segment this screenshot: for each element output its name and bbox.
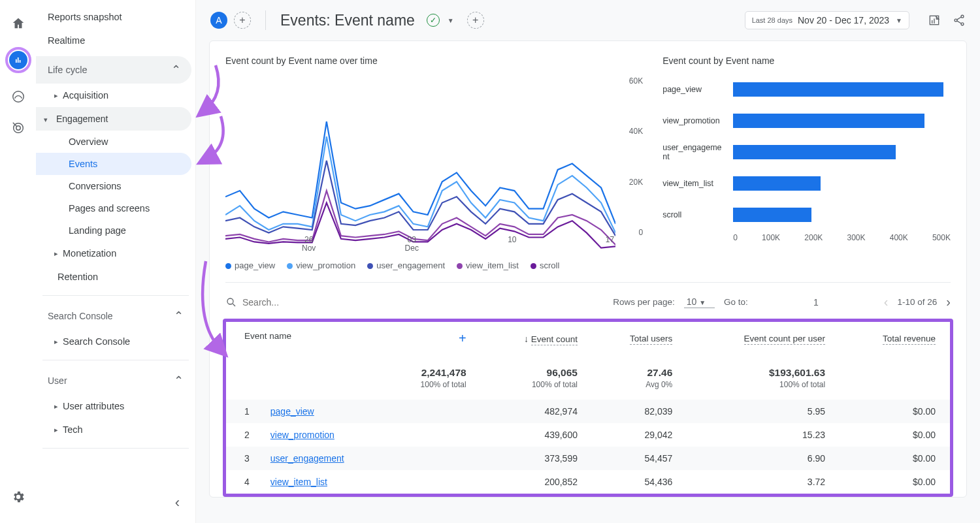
date-preset-label: Last 28 days bbox=[752, 16, 792, 24]
svg-point-6 bbox=[961, 23, 964, 25]
svg-point-4 bbox=[961, 15, 964, 18]
sidebar-item-pages[interactable]: Pages and screens bbox=[36, 197, 195, 219]
bar-row[interactable]: view_promotion bbox=[662, 105, 951, 136]
search-icon[interactable] bbox=[225, 296, 237, 308]
admin-gear-icon[interactable] bbox=[10, 489, 26, 505]
event-link[interactable]: view_promotion bbox=[270, 430, 335, 440]
next-page-button[interactable]: › bbox=[946, 294, 951, 309]
bar-row[interactable]: page_view bbox=[662, 74, 951, 105]
verified-badge-icon[interactable]: ✓ bbox=[427, 14, 440, 27]
event-link[interactable]: page_view bbox=[270, 406, 314, 417]
bar-row[interactable]: user_engagement bbox=[662, 136, 951, 168]
sidebar-item-tech[interactable]: Tech bbox=[36, 418, 195, 441]
sidebar-group-label: Search Console bbox=[48, 311, 113, 321]
bar-row[interactable]: view_item_list bbox=[662, 168, 951, 199]
report-card: Event count by Event name over time 60K … bbox=[209, 40, 967, 498]
sidebar-item-landing[interactable]: Landing page bbox=[36, 219, 195, 242]
sidebar-item-monetization[interactable]: Monetization bbox=[36, 242, 195, 265]
svg-point-0 bbox=[12, 91, 24, 103]
sidebar-group-label: User bbox=[48, 375, 67, 386]
sidebar-item-events[interactable]: Events bbox=[36, 153, 191, 175]
share-icon[interactable] bbox=[953, 14, 966, 27]
rows-per-page-select[interactable]: 10 ▼ bbox=[684, 296, 715, 308]
sidebar-item-engagement[interactable]: Engagement bbox=[36, 107, 191, 131]
goto-label: Go to: bbox=[724, 297, 748, 307]
sidebar-item-engagement-label: Engagement bbox=[56, 114, 108, 124]
line-chart-y-axis: 60K 40K 20K 0 bbox=[619, 76, 643, 237]
svg-point-2 bbox=[16, 126, 20, 130]
date-range-picker[interactable]: Last 28 days Nov 20 - Dec 17, 2023 ▼ bbox=[745, 11, 909, 29]
add-dimension-button[interactable]: + bbox=[459, 331, 466, 346]
table-row[interactable]: 1page_view482,97482,0395.95$0.00 bbox=[226, 400, 950, 423]
table-row[interactable]: 2view_promotion439,60029,04215.23$0.00 bbox=[226, 423, 950, 447]
sidebar-item-retention[interactable]: Retention bbox=[36, 265, 195, 289]
title-dropdown-icon[interactable]: ▼ bbox=[448, 17, 454, 24]
event-link[interactable]: user_engagement bbox=[270, 453, 344, 464]
table-row[interactable]: 4view_item_list200,85254,4363.72$0.00 bbox=[226, 470, 950, 494]
sidebar: Reports snapshot Realtime Life cycle ⌃ A… bbox=[36, 0, 196, 523]
line-chart-plot[interactable] bbox=[225, 76, 615, 257]
svg-point-7 bbox=[227, 298, 233, 304]
advertising-icon[interactable] bbox=[10, 120, 26, 136]
table-row[interactable]: 3user_engagement373,59954,4576.90$0.00 bbox=[226, 447, 950, 470]
goto-input[interactable] bbox=[757, 297, 875, 308]
topbar: A + Events: Event name ✓ ▼ + Last 28 day… bbox=[196, 0, 980, 40]
line-chart-x-axis: 26Nov 03Dec 10 17 bbox=[225, 236, 615, 253]
sidebar-item-acquisition[interactable]: Acquisition bbox=[36, 84, 195, 107]
chevron-up-icon: ⌃ bbox=[171, 63, 181, 77]
bar-chart-title: Event count by Event name bbox=[662, 55, 951, 66]
bar-chart-panel: Event count by Event name page_viewview_… bbox=[662, 55, 951, 270]
date-range-label: Nov 20 - Dec 17, 2023 bbox=[798, 15, 889, 25]
bar-chart-x-axis: 0 100K 200K 300K 400K 500K bbox=[733, 233, 951, 242]
home-icon[interactable] bbox=[10, 16, 26, 31]
line-chart-panel: Event count by Event name over time 60K … bbox=[225, 55, 643, 270]
collapse-sidebar-button[interactable]: ‹ bbox=[175, 494, 180, 511]
page-range-label: 1-10 of 26 bbox=[898, 297, 938, 307]
bar-chart-plot[interactable]: page_viewview_promotionuser_engagementvi… bbox=[662, 74, 951, 230]
sidebar-group-lifecycle-label: Life cycle bbox=[48, 65, 87, 75]
sidebar-item-user-attributes[interactable]: User attributes bbox=[36, 394, 195, 418]
main: A + Events: Event name ✓ ▼ + Last 28 day… bbox=[196, 0, 980, 523]
table-summary-row: 2,241,478100% of total 96,065100% of tot… bbox=[226, 355, 950, 400]
line-chart-legend: page_view view_promotion user_engagement… bbox=[225, 261, 643, 270]
col-total-users[interactable]: Total users bbox=[630, 334, 672, 345]
add-comparison-button[interactable]: + bbox=[467, 12, 484, 29]
svg-point-5 bbox=[955, 19, 957, 22]
table-toolbar: Rows per page: 10 ▼ Go to: ‹ 1-10 of 26 … bbox=[225, 282, 951, 319]
customize-report-icon[interactable] bbox=[928, 14, 941, 27]
page-title: Events: Event name bbox=[280, 12, 415, 29]
sort-desc-icon[interactable]: ↓ bbox=[524, 334, 529, 344]
explore-icon[interactable] bbox=[10, 89, 26, 104]
col-revenue[interactable]: Total revenue bbox=[883, 334, 936, 345]
avatar[interactable]: A bbox=[210, 12, 227, 29]
sidebar-item-realtime[interactable]: Realtime bbox=[36, 29, 195, 52]
reports-icon[interactable] bbox=[5, 47, 31, 73]
sidebar-group-user[interactable]: User ⌃ bbox=[36, 367, 195, 394]
chevron-down-icon: ▼ bbox=[896, 17, 902, 24]
sidebar-item-overview[interactable]: Overview bbox=[36, 131, 195, 153]
sidebar-item-conversions[interactable]: Conversions bbox=[36, 175, 195, 197]
search-input[interactable] bbox=[242, 297, 360, 308]
rows-per-page-label: Rows per page: bbox=[613, 297, 675, 307]
add-segment-button[interactable]: + bbox=[234, 12, 251, 29]
events-table: Event name + ↓ Event count Total users E… bbox=[223, 319, 953, 497]
sidebar-group-lifecycle[interactable]: Life cycle ⌃ bbox=[36, 56, 191, 84]
chevron-up-icon: ⌃ bbox=[174, 373, 184, 388]
chevron-up-icon: ⌃ bbox=[174, 309, 184, 323]
line-chart-title: Event count by Event name over time bbox=[225, 55, 643, 66]
col-event-name[interactable]: Event name bbox=[244, 331, 291, 341]
prev-page-button[interactable]: ‹ bbox=[884, 294, 889, 309]
bar-row[interactable]: scroll bbox=[662, 199, 951, 230]
sidebar-item-reports-snapshot[interactable]: Reports snapshot bbox=[36, 5, 195, 29]
event-link[interactable]: view_item_list bbox=[270, 477, 327, 487]
sidebar-item-search-console[interactable]: Search Console bbox=[36, 330, 195, 353]
col-event-count[interactable]: Event count bbox=[531, 334, 578, 345]
sidebar-group-search-console[interactable]: Search Console ⌃ bbox=[36, 302, 195, 330]
icon-rail bbox=[0, 0, 36, 523]
col-per-user[interactable]: Event count per user bbox=[744, 334, 826, 345]
